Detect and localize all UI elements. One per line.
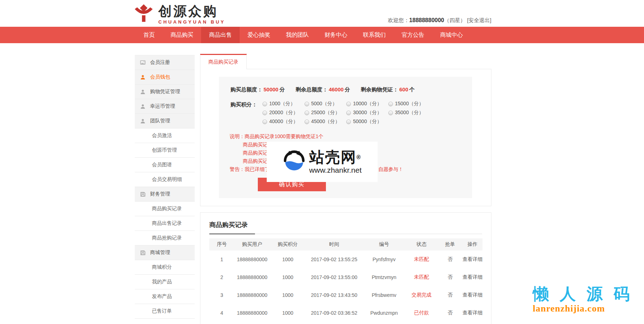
points-option-40000[interactable]: 40000（分） [262, 118, 305, 125]
sidebar-item-purchase-records[interactable]: 商品购买记录 [135, 202, 195, 216]
points-option-45000[interactable]: 45000（分） [305, 118, 347, 125]
view-detail-link[interactable]: 查看详细 [462, 286, 482, 304]
user-level: （四星） [444, 17, 465, 23]
view-detail-link[interactable]: 查看详细 [462, 304, 482, 322]
radio-icon[interactable] [388, 111, 393, 115]
view-detail-link[interactable]: 查看详细 [462, 250, 482, 268]
sidebar-item-my-products[interactable]: 我的产品 [135, 275, 195, 289]
sidebar-item-lucky-coin[interactable]: 幸运币管理 [135, 99, 195, 114]
points-option-30000[interactable]: 30000（分） [346, 110, 388, 116]
balance-value: 50000 [262, 86, 280, 92]
col-status: 状态 [405, 238, 438, 250]
site-logo[interactable]: 创源众购 CHUANGYUAN BUY [133, 3, 225, 25]
sidebar-label: 幸运币管理 [150, 103, 175, 110]
nav-item-finance[interactable]: 财务中心 [317, 27, 355, 43]
logo-icon [133, 3, 154, 25]
tab-purchase-records[interactable]: 商品购买记录 [200, 54, 247, 70]
header: 创源众购 CHUANGYUAN BUY 欢迎您：18888880000（四星） … [0, 0, 644, 27]
points-option-35000[interactable]: 35000（分） [388, 110, 430, 116]
radio-icon[interactable] [346, 111, 351, 115]
sidebar-item-finance-mgmt[interactable]: 财务管理 [135, 187, 195, 202]
balance-unit: 个 [409, 86, 415, 92]
status-badge: 已付款 [405, 304, 438, 322]
sidebar-item-sold-orders[interactable]: 已售订单 [135, 304, 195, 319]
balance-label: 剩余总额度： [296, 86, 328, 92]
sidebar-item-member-activate[interactable]: 会员激活 [135, 128, 195, 143]
nav-item-notice[interactable]: 官方公告 [394, 27, 432, 43]
col-grab: 抢单 [438, 238, 462, 250]
records-title: 商品购买记录 [209, 221, 482, 234]
logout-link[interactable]: [安全退出] [467, 17, 491, 23]
col-action: 操作 [462, 238, 482, 250]
points-option-10000[interactable]: 10000（分） [346, 101, 388, 107]
nav-item-sell[interactable]: 商品出售 [201, 27, 240, 43]
sidebar-label: 发布产品 [152, 293, 172, 300]
radio-icon[interactable] [346, 120, 351, 124]
zhankr-brand: 站壳网® [309, 150, 362, 165]
balance-value: 600 [398, 86, 409, 92]
radio-icon[interactable] [305, 111, 309, 115]
nav-item-team[interactable]: 我的团队 [278, 27, 317, 43]
sidebar-item-mall-mgmt[interactable]: 商城管理 [135, 245, 195, 260]
sidebar-item-member-trades[interactable]: 会员交易明细 [135, 172, 195, 187]
nav-item-lottery[interactable]: 爱心抽奖 [240, 27, 278, 43]
points-option-15000[interactable]: 15000（分） [388, 101, 430, 107]
zhankr-url: www.zhankr.net [309, 166, 362, 174]
status-badge: 未匹配 [405, 250, 438, 268]
col-user: 购买用户 [234, 238, 270, 250]
purchase-panel: 商品购买记录 购买总额度：50000分 剩余总额度：46000分 剩余购物凭证：… [200, 54, 491, 206]
sidebar-label: 创源币管理 [152, 147, 177, 153]
sidebar-item-register[interactable]: 会员注册 [135, 55, 195, 70]
nav-item-mall[interactable]: 商城中心 [432, 27, 471, 43]
welcome-prefix: 欢迎您： [388, 17, 409, 23]
sidebar-item-cy-coin[interactable]: 创源币管理 [135, 143, 195, 158]
radio-icon[interactable] [262, 111, 267, 115]
sidebar-item-team-mgmt[interactable]: 团队管理 [135, 114, 195, 128]
view-detail-link[interactable]: 查看详细 [462, 268, 482, 286]
sidebar-item-mall-points[interactable]: 商城积分 [135, 260, 195, 275]
lanren-brand: 懒 人 源 码 [533, 285, 633, 303]
user-icon [140, 118, 145, 124]
points-option-50000[interactable]: 50000（分） [346, 118, 388, 125]
points-row: 购买积分： 1000（分） 5000（分） 10000（分） 15000（分） … [230, 101, 472, 127]
nav-item-contact[interactable]: 联系我们 [355, 27, 394, 43]
photo-card-icon [140, 60, 145, 65]
sidebar-label: 已售订单 [152, 308, 172, 314]
sidebar-label: 商城积分 [152, 264, 172, 270]
radio-icon[interactable] [305, 102, 309, 106]
user-icon [140, 89, 145, 95]
nav-item-home[interactable]: 首页 [136, 27, 163, 43]
sidebar-item-publish-product[interactable]: 发布产品 [135, 289, 195, 304]
radio-icon[interactable] [388, 102, 393, 106]
sidebar-label: 购物凭证管理 [150, 88, 180, 95]
points-option-1000[interactable]: 1000（分） [262, 101, 305, 107]
radio-icon[interactable] [346, 102, 351, 106]
records-panel: 商品购买记录 序号 购买用户 购买积分 时间 编号 状态 抢单 操作 1 188… [200, 212, 491, 324]
sidebar-label: 会员钱包 [150, 74, 170, 80]
sidebar-label: 商品出售记录 [152, 220, 182, 227]
sidebar-item-sale-records[interactable]: 商品出售记录 [135, 216, 195, 231]
sidebar-item-member-graph[interactable]: 会员图谱 [135, 158, 195, 172]
points-option-20000[interactable]: 20000（分） [262, 110, 305, 116]
balance-unit: 分 [345, 86, 350, 92]
points-option-25000[interactable]: 25000（分） [305, 110, 347, 116]
radio-icon[interactable] [262, 102, 267, 106]
user-icon [140, 75, 145, 80]
sidebar-label: 商品抢购记录 [152, 235, 182, 241]
col-points: 购买积分 [270, 238, 306, 250]
status-badge: 未匹配 [405, 268, 438, 286]
table-row: 3 18888880000 1000 2017-09-02 13:43:50 P… [209, 286, 482, 304]
sidebar-item-rush-records[interactable]: 商品抢购记录 [135, 231, 195, 245]
sidebar-label: 团队管理 [150, 118, 170, 124]
points-label: 购买积分： [230, 101, 262, 127]
points-option-5000[interactable]: 5000（分） [305, 101, 347, 107]
radio-icon[interactable] [305, 120, 309, 124]
table-row: 4 18888880000 1000 2017-09-02 03:36:52 P… [209, 304, 482, 322]
radio-icon[interactable] [262, 120, 267, 124]
sidebar-item-wallet[interactable]: 会员钱包 [135, 70, 195, 85]
table-row: 1 18888880000 1000 2017-09-02 13:55:25 P… [209, 250, 482, 268]
sidebar-item-vouchers[interactable]: 购物凭证管理 [135, 85, 195, 99]
balance-row: 购买总额度：50000分 剩余总额度：46000分 剩余购物凭证：600个 [219, 77, 472, 93]
lanren-watermark: 懒 人 源 码 lanrenzhijia.com [533, 285, 633, 314]
nav-item-buy[interactable]: 商品购买 [163, 27, 201, 43]
